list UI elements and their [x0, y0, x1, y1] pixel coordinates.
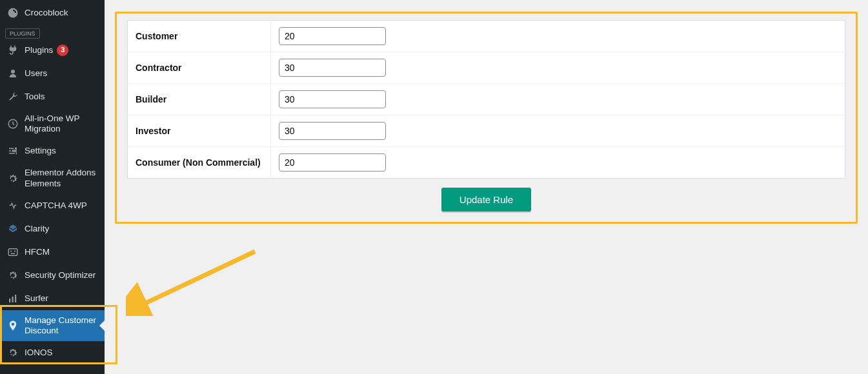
sidebar-item-migration[interactable]: All-in-One WP Migration — [0, 108, 105, 139]
sidebar-item-clarity[interactable]: Clarity — [0, 217, 105, 241]
main-content: Customer Contractor Builder Investor Con… — [105, 0, 868, 374]
rule-row: Consumer (Non Commercial) — [128, 147, 845, 179]
gear-icon — [6, 172, 19, 185]
sidebar-item-crocoblock[interactable]: Crocoblock — [0, 1, 105, 25]
sidebar-label: Manage Customer Discount — [25, 315, 98, 336]
sidebar-label: Clarity — [25, 224, 49, 234]
sidebar-section-plugins: PLUGINS — [5, 28, 40, 39]
sidebar-item-captcha[interactable]: CAPTCHA 4WP — [0, 194, 105, 217]
svg-rect-4 — [9, 299, 10, 302]
svg-point-2 — [10, 250, 12, 251]
chart-icon — [6, 292, 19, 305]
rule-label: Consumer (Non Commercial) — [128, 147, 271, 179]
rule-row: Builder — [128, 84, 845, 115]
ionos-icon — [6, 346, 19, 359]
rule-value-input[interactable] — [279, 90, 386, 108]
rule-label: Builder — [128, 84, 271, 115]
rule-label: Investor — [128, 115, 271, 147]
discount-icon — [6, 319, 19, 332]
sidebar-label: HFCM — [25, 247, 50, 257]
sidebar-label: Settings — [25, 146, 56, 156]
rule-row: Contractor — [128, 52, 845, 84]
sidebar-item-manage-discount[interactable]: Manage Customer Discount — [0, 310, 105, 341]
highlight-box: Customer Contractor Builder Investor Con… — [115, 12, 858, 224]
sidebar-item-surfer[interactable]: Surfer — [0, 287, 105, 310]
sidebar-item-plugins[interactable]: Plugins 3 — [0, 39, 105, 62]
svg-point-3 — [14, 250, 15, 251]
admin-sidebar: Crocoblock PLUGINS Plugins 3 Users Tools… — [0, 0, 105, 374]
svg-rect-6 — [15, 295, 16, 302]
sliders-icon — [6, 144, 19, 157]
sidebar-label: Plugins — [25, 45, 53, 55]
rule-value-input[interactable] — [279, 27, 386, 45]
rule-value-input[interactable] — [279, 59, 386, 77]
update-rule-button[interactable]: Update Rule — [441, 188, 531, 212]
plug-icon — [6, 44, 19, 57]
shield-icon — [6, 269, 19, 282]
clarity-icon — [6, 222, 19, 235]
migration-icon — [6, 117, 19, 130]
rule-value-input[interactable] — [279, 153, 386, 172]
code-icon — [6, 246, 19, 259]
rule-row: Customer — [128, 21, 845, 52]
crocoblock-icon — [6, 6, 19, 19]
sidebar-label: Tools — [25, 92, 45, 102]
rule-row: Investor — [128, 115, 845, 147]
users-icon — [6, 67, 19, 80]
sidebar-label: Crocoblock — [25, 8, 68, 18]
sidebar-label: Security Optimizer — [25, 270, 96, 280]
sidebar-item-tools[interactable]: Tools — [0, 85, 105, 108]
plugin-update-badge: 3 — [57, 44, 68, 56]
sidebar-label: Users — [25, 68, 47, 79]
sidebar-label: Surfer — [25, 293, 48, 304]
sidebar-item-settings[interactable]: Settings — [0, 139, 105, 162]
sidebar-item-elementor-addons[interactable]: Elementor Addons Elements — [0, 162, 105, 193]
svg-rect-1 — [8, 249, 17, 256]
rule-label: Customer — [128, 21, 271, 52]
sidebar-label: Elementor Addons Elements — [25, 168, 98, 188]
sidebar-item-security[interactable]: Security Optimizer — [0, 264, 105, 287]
sidebar-item-ionos[interactable]: IONOS — [0, 341, 105, 364]
sidebar-item-users[interactable]: Users — [0, 62, 105, 85]
rule-label: Contractor — [128, 52, 271, 84]
sidebar-label: CAPTCHA 4WP — [25, 201, 87, 211]
rule-value-input[interactable] — [279, 122, 386, 140]
svg-rect-5 — [12, 297, 14, 302]
sidebar-item-hfcm[interactable]: HFCM — [0, 241, 105, 264]
wrench-icon — [6, 90, 19, 103]
captcha-icon — [6, 199, 19, 212]
sidebar-label: IONOS — [25, 348, 53, 358]
sidebar-label: All-in-One WP Migration — [25, 113, 98, 134]
discount-rules-table: Customer Contractor Builder Investor Con… — [127, 20, 845, 179]
